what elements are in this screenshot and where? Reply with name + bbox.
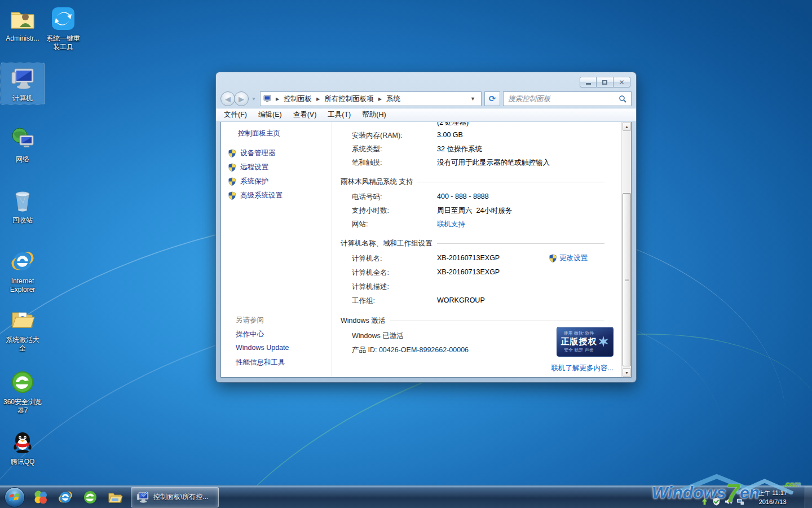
forward-button[interactable]: ▶ [234,91,249,106]
tray-volume-icon[interactable] [724,497,732,506]
show-desktop-button[interactable] [805,486,812,508]
ram-label: 安装内存(RAM): [352,131,403,141]
sidebar-item-control-panel-home[interactable]: 控制面板主页 [238,129,280,138]
full-computer-name-label: 计算机全名: [352,268,389,278]
taskbar-explorer-button[interactable] [103,487,127,508]
menu-edit[interactable]: 编辑(E) [253,109,288,121]
scroll-down-button[interactable]: ▼ [623,368,631,377]
support-section-header: 雨林木风精品系统 支持 [341,177,604,187]
desktop-icon-recycle-bin[interactable]: 回收站 [1,186,44,225]
menu-view[interactable]: 查看(V) [288,109,323,121]
scrollbar-thumb[interactable] [623,193,631,366]
address-bar[interactable]: ▶ 控制面板 ▶ 所有控制面板项 ▶ 系统 ▼ [260,91,482,106]
breadcrumb-separator-icon: ▶ [273,97,282,102]
change-settings-label: 更改设置 [559,253,588,263]
genuine-sparkle-icon [597,335,610,349]
sidebar-item-remote-settings[interactable]: 远程设置 [228,163,268,172]
desktop-icon-label: 网络 [1,155,44,164]
product-id: 产品 ID: 00426-OEM-8992662-00006 [352,345,469,355]
breadcrumb-all-items[interactable]: 所有控制面板项 [323,93,376,105]
section-divider [417,182,604,182]
vertical-scrollbar[interactable]: ▲ ▼ [621,122,631,377]
badge-line2: 正版授权 [561,336,597,347]
window-titlebar[interactable]: ✕ [216,72,636,89]
menu-help[interactable]: 帮助(H) [356,109,391,121]
computer-description-label: 计算机描述: [352,282,389,292]
ie-icon [8,247,37,275]
sidebar-item-label: 系统保护 [240,177,268,186]
back-button[interactable]: ◀ [220,91,235,106]
active-task-label: 控制面板\所有控... [153,492,208,502]
windows-activation-section-header: Windows 激活 [341,316,604,326]
clock-date: 2016/7/13 [758,497,787,506]
tray-network-icon[interactable] [736,497,744,506]
desktop-icon-activation-folder[interactable]: 系统激活大 全 [1,306,44,353]
workgroup-value: WORKGROUP [437,296,485,304]
history-dropdown-icon[interactable]: ▼ [251,97,256,102]
close-button[interactable]: ✕ [614,77,630,87]
system-tray [700,497,744,506]
desktop-icon-network[interactable]: 网络 [1,125,44,164]
desktop-icon-label: Administr... [1,34,44,43]
start-button[interactable] [5,487,25,507]
uac-shield-icon [549,254,557,262]
breadcrumb-system[interactable]: 系统 [385,93,402,105]
section-divider [437,243,605,244]
desktop-icon-administrator[interactable]: Administr... [1,5,44,43]
desktop-icon-label: 系统激活大 全 [1,336,44,353]
desktop-icon-internet-explorer[interactable]: Internet Explorer [1,247,44,294]
sidebar-item-action-center[interactable]: 操作中心 [236,330,264,339]
scroll-up-icon: ▲ [625,125,629,129]
maximize-button[interactable] [597,77,614,87]
windows-flag-icon [9,492,20,503]
sidebar-item-windows-update[interactable]: Windows Update [236,344,289,352]
taskbar-ie-button[interactable] [53,487,78,508]
desktop-icon-qq[interactable]: 腾讯QQ [1,428,44,466]
tray-updater-icon[interactable] [700,497,709,506]
refresh-button[interactable]: ⟳ [484,91,500,106]
badge-line3: 安全 稳定 声誉 [561,347,597,353]
computer-name-label: 计算机名: [352,254,382,264]
search-icon[interactable] [619,95,626,103]
sidebar-item-performance-tools[interactable]: 性能信息和工具 [236,358,285,367]
maximize-icon [602,80,607,85]
navigation-toolbar: ◀ ▶ ▼ ▶ 控制面板 ▶ 所有控制面板项 ▶ 系统 ▼ ⟳ 搜索控制面板 [216,89,636,108]
windows-activation-section-title: Windows 激活 [341,316,385,326]
sidebar-item-label: 高级系统设置 [240,191,283,200]
desktop-icon-360-browser[interactable]: 360安全浏览 器7 [1,368,44,415]
computer-icon [8,64,37,93]
address-dropdown-icon[interactable]: ▼ [467,96,479,102]
sidebar-item-device-manager[interactable]: 设备管理器 [228,148,276,158]
change-settings-link[interactable]: 更改设置 [549,253,588,263]
taskbar-360-browser-button[interactable] [78,487,103,508]
minimize-button[interactable] [580,77,597,87]
desktop: Administr... 系统一键重 装工具 计算机 [0,0,812,508]
sidebar-item-system-protection[interactable]: 系统保护 [228,177,268,186]
software-manager-icon [33,489,48,505]
system-type-label: 系统类型: [352,144,382,154]
phone-value: 400 - 888 - 8888 [437,192,489,200]
taskbar-active-window-button[interactable]: 控制面板\所有控... [131,487,219,507]
workgroup-label: 工作组: [352,296,375,306]
scroll-up-button[interactable]: ▲ [623,122,631,131]
desktop-icon-label: Internet Explorer [1,277,44,294]
system-control-panel-window: ✕ ◀ ▶ ▼ ▶ 控制面板 ▶ 所有控制面板项 ▶ 系统 ▼ ⟳ [216,72,636,382]
taskbar-software-manager-button[interactable] [28,487,53,508]
menu-tools[interactable]: 工具(T) [322,109,356,121]
genuine-microsoft-badge[interactable]: 使用 微软’ 软件 正版授权 安全 稳定 声誉 [557,327,614,357]
desktop-icon-reinstall-tool[interactable]: 系统一键重 装工具 [42,5,85,51]
scrollbar-grip [625,279,629,281]
taskbar-clock[interactable]: 上午 11:17 2016/7/13 [758,488,787,506]
search-box[interactable]: 搜索控制面板 [503,91,632,106]
qq-icon [8,428,37,456]
desktop-icon-computer[interactable]: 计算机 [1,63,44,104]
desktop-icon-label: 系统一键重 装工具 [42,34,85,51]
tray-action-center-icon[interactable] [712,497,721,506]
menu-file[interactable]: 文件(F) [218,109,253,121]
desktop-icon-label: 腾讯QQ [1,458,44,466]
learn-more-online-link[interactable]: 联机了解更多内容... [551,364,614,373]
sidebar-item-advanced-settings[interactable]: 高级系统设置 [228,191,283,200]
online-support-link[interactable]: 联机支持 [437,220,465,229]
section-divider [390,321,604,321]
breadcrumb-control-panel[interactable]: 控制面板 [282,93,314,105]
